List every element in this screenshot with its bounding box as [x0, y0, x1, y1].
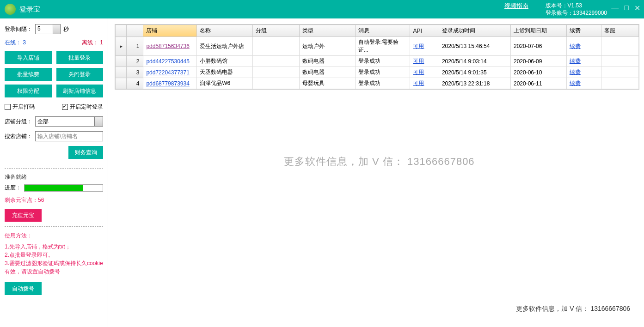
col-expire[interactable]: 上货到期日期: [510, 25, 566, 37]
group-label: 店铺分组：: [5, 118, 32, 126]
col-rownum[interactable]: [127, 25, 143, 37]
col-type[interactable]: 类型: [299, 25, 355, 37]
cell-expire: 2020-06-09: [510, 56, 566, 67]
progress-bar: [24, 184, 103, 192]
cell-name: 润泽优品W6: [197, 78, 253, 89]
cell-message: 自动登录:需要验证...: [355, 37, 410, 56]
refresh-shop-button[interactable]: 刷新店铺信息: [56, 85, 104, 97]
points-label: 剩余元宝点：56: [5, 196, 103, 204]
col-cs[interactable]: 客服: [601, 25, 639, 37]
cell-shop[interactable]: pdd44227530445: [143, 56, 197, 67]
cell-api[interactable]: 可用: [410, 67, 439, 78]
seconds-label: 秒: [63, 25, 69, 33]
cell-api[interactable]: 可用: [410, 56, 439, 67]
search-label: 搜索店铺：: [5, 133, 32, 140]
watermark-bottom: 更多软件信息，加 V 信： 13166667806: [516, 305, 630, 313]
header-info: 版本号：V1.53 登录账号：13342299000: [546, 2, 607, 17]
close-icon[interactable]: ✕: [634, 4, 640, 12]
col-api[interactable]: API: [410, 25, 439, 37]
table-row[interactable]: ▸1pdd58715634736爱生活运动户外店运动户外自动登录:需要验证...…: [116, 37, 639, 56]
cell-group: [253, 37, 300, 56]
interval-spinner[interactable]: 5: [35, 24, 61, 34]
cell-time: 2020/5/13 15:46:54: [439, 37, 510, 56]
batch-renew-button[interactable]: 批量续费: [5, 68, 52, 81]
cell-group: [253, 78, 300, 89]
minimize-icon[interactable]: —: [611, 4, 619, 12]
cell-expire: 2020-06-10: [510, 67, 566, 78]
cell-renew[interactable]: 续费: [566, 56, 601, 67]
permission-button[interactable]: 权限分配: [5, 85, 52, 97]
cell-time: 2020/5/14 9:01:35: [439, 67, 510, 78]
table-row[interactable]: 2pdd44227530445小胖数码馆数码电器登录成功可用2020/5/14 …: [116, 56, 639, 67]
close-login-button[interactable]: 关闭登录: [56, 68, 104, 81]
app-title: 登录宝: [19, 5, 40, 14]
shop-table: 店铺 名称 分组 类型 消息 API 登录成功时间 上货到期日期 续费 客服 ▸…: [115, 24, 639, 89]
table-row[interactable]: 3pdd72204377371天丞数码电器数码电器登录成功可用2020/5/14…: [116, 67, 639, 78]
import-shop-button[interactable]: 导入店铺: [5, 51, 52, 64]
cell-message: 登录成功: [355, 67, 410, 78]
row-number: 2: [127, 56, 143, 67]
video-guide-link[interactable]: 视频指南: [504, 2, 528, 10]
captcha-checkbox[interactable]: 开启打码: [5, 103, 35, 111]
cell-renew[interactable]: 续费: [566, 37, 601, 56]
cell-message: 登录成功: [355, 78, 410, 89]
cell-type: 母婴玩具: [299, 78, 355, 89]
cell-name: 爱生活运动户外店: [197, 37, 253, 56]
cell-renew[interactable]: 续费: [566, 78, 601, 89]
col-renew[interactable]: 续费: [566, 25, 601, 37]
table-row[interactable]: 4pdd68779873934润泽优品W6母婴玩具登录成功可用2020/5/13…: [116, 78, 639, 89]
offline-count: 离线： 1: [82, 39, 103, 47]
cell-cs: [601, 56, 639, 67]
title-bar: 登录宝 视频指南 版本号：V1.53 登录账号：13342299000 — □ …: [0, 0, 644, 18]
cell-type: 运动户外: [299, 37, 355, 56]
timed-login-checkbox[interactable]: 开启定时登录: [62, 103, 103, 111]
cell-group: [253, 56, 300, 67]
cell-shop[interactable]: pdd68779873934: [143, 78, 197, 89]
cell-name: 小胖数码馆: [197, 56, 253, 67]
col-name[interactable]: 名称: [197, 25, 253, 37]
main-area: 店铺 名称 分组 类型 消息 API 登录成功时间 上货到期日期 续费 客服 ▸…: [108, 18, 644, 327]
row-indicator: [116, 78, 127, 89]
cell-message: 登录成功: [355, 56, 410, 67]
watermark-center: 更多软件信息，加 V 信： 13166667806: [284, 155, 475, 169]
row-indicator: ▸: [116, 37, 127, 56]
col-login-time[interactable]: 登录成功时间: [439, 25, 510, 37]
cell-expire: 2020-06-11: [510, 78, 566, 89]
cell-shop[interactable]: pdd72204377371: [143, 67, 197, 78]
sidebar: 登录间隔： 5 秒 在线： 3 离线： 1 导入店铺 批量登录 批量续费 关闭登…: [0, 18, 108, 327]
cell-api[interactable]: 可用: [410, 37, 439, 56]
cell-cs: [601, 37, 639, 56]
row-number: 1: [127, 37, 143, 56]
cell-cs: [601, 67, 639, 78]
cell-type: 数码电器: [299, 56, 355, 67]
cell-cs: [601, 78, 639, 89]
cell-expire: 2020-07-06: [510, 37, 566, 56]
maximize-icon[interactable]: □: [624, 4, 629, 12]
progress-label: 进度：: [5, 184, 21, 192]
cell-api[interactable]: 可用: [410, 78, 439, 89]
instructions: 使用方法： 1.先导入店铺，格式为txt； 2.点批量登录即可。 3.需要过滤图…: [5, 231, 103, 276]
col-group[interactable]: 分组: [253, 25, 300, 37]
cell-time: 2020/5/14 9:03:14: [439, 56, 510, 67]
cell-name: 天丞数码电器: [197, 67, 253, 78]
interval-label: 登录间隔：: [5, 25, 32, 33]
finance-query-button[interactable]: 财务查询: [68, 146, 103, 159]
app-logo-icon: [5, 4, 16, 15]
row-indicator: [116, 56, 127, 67]
search-input[interactable]: 输入店铺/店铺名: [35, 131, 103, 141]
recharge-button[interactable]: 充值元宝: [5, 209, 42, 222]
ready-label: 准备就绪: [5, 173, 103, 181]
online-count: 在线： 3: [5, 39, 26, 47]
cell-shop[interactable]: pdd58715634736: [143, 37, 197, 56]
batch-login-button[interactable]: 批量登录: [56, 51, 104, 64]
group-select[interactable]: 全部: [35, 116, 103, 127]
row-number: 3: [127, 67, 143, 78]
col-message[interactable]: 消息: [355, 25, 410, 37]
row-indicator: [116, 67, 127, 78]
cell-type: 数码电器: [299, 67, 355, 78]
autodial-button[interactable]: 自动拨号: [5, 282, 42, 295]
cell-renew[interactable]: 续费: [566, 67, 601, 78]
col-shop[interactable]: 店铺: [143, 25, 197, 37]
table-corner[interactable]: [116, 25, 127, 37]
cell-time: 2020/5/13 22:31:18: [439, 78, 510, 89]
